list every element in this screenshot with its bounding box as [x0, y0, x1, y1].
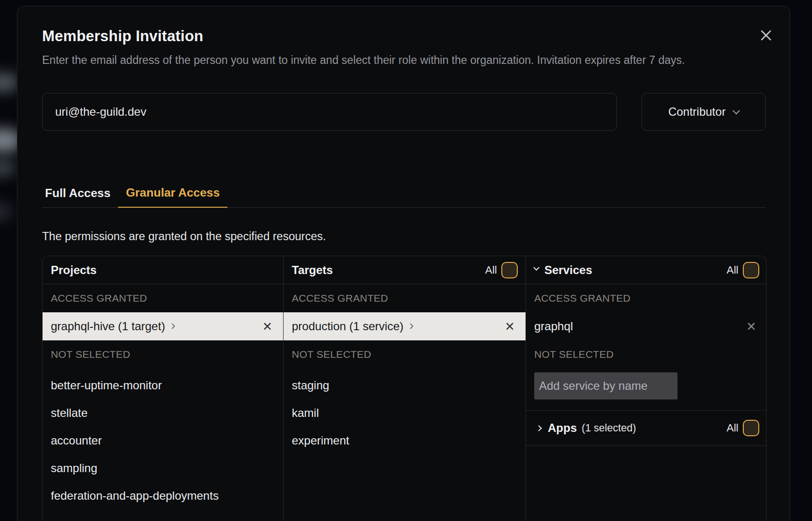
close-icon — [759, 29, 773, 42]
service-selected-name: graphql — [534, 320, 573, 333]
close-button[interactable] — [758, 28, 774, 43]
remove-project-icon[interactable]: ✕ — [262, 321, 272, 333]
apps-all-wrap: All — [727, 420, 759, 436]
projects-header-label: Projects — [51, 263, 97, 277]
permissions-note: The permissions are granted on the speci… — [42, 230, 766, 243]
projects-item-list: better-uptime-monitorstellateaccountersa… — [43, 371, 283, 509]
targets-all-label: All — [485, 264, 497, 276]
remove-target-icon[interactable]: ✕ — [505, 321, 515, 333]
targets-all-wrap: All — [485, 262, 518, 278]
services-all-wrap: All — [727, 262, 759, 278]
resource-item[interactable]: kamil — [284, 399, 526, 427]
chevron-down-icon — [732, 107, 740, 114]
resource-item[interactable]: sampling — [43, 454, 283, 482]
role-select-value: Contributor — [668, 105, 726, 119]
dialog-title: Membership Invitation — [42, 27, 766, 46]
dialog-description: Enter the email address of the person yo… — [42, 52, 766, 69]
remove-service-icon[interactable]: ✕ — [746, 321, 756, 333]
resource-item[interactable]: accounter — [43, 427, 283, 454]
invite-row: Contributor — [42, 93, 766, 131]
background-page-blur — [0, 0, 19, 521]
projects-not-selected-label: NOT SELECTED — [43, 340, 283, 368]
targets-header-label: Targets — [292, 263, 333, 277]
apps-section-row[interactable]: Apps (1 selected) All — [526, 410, 767, 446]
projects-access-granted-label: ACCESS GRANTED — [43, 284, 283, 312]
projects-column: Projects ACCESS GRANTED graphql-hive (1 … — [43, 256, 284, 521]
targets-header: Targets All — [284, 256, 526, 284]
project-selected-name: graphql-hive (1 target) — [51, 320, 165, 333]
role-select[interactable]: Contributor — [642, 93, 766, 131]
resource-item[interactable]: stellate — [43, 399, 283, 427]
targets-not-selected-label: NOT SELECTED — [284, 340, 526, 368]
chevron-right-icon: › — [171, 319, 175, 334]
apps-header-label: Apps — [548, 421, 577, 435]
chevron-down-icon — [533, 264, 540, 271]
targets-all-checkbox[interactable] — [501, 262, 518, 278]
services-not-selected-label: NOT SELECTED — [526, 340, 767, 368]
resource-item[interactable]: federation-and-app-deployments — [43, 482, 283, 509]
apps-all-checkbox[interactable] — [743, 420, 759, 436]
tab-full-access[interactable]: Full Access — [42, 186, 118, 208]
resource-item[interactable]: experiment — [284, 427, 526, 454]
projects-header: Projects — [43, 256, 283, 284]
services-all-label: All — [727, 264, 738, 276]
apps-selected-count: (1 selected) — [582, 422, 636, 434]
tab-granular-access[interactable]: Granular Access — [118, 186, 227, 208]
chevron-right-icon — [536, 425, 542, 431]
services-header[interactable]: Services All — [526, 256, 767, 284]
targets-item-list: stagingkamilexperiment — [284, 371, 526, 454]
services-header-label: Services — [544, 263, 592, 277]
targets-access-granted-label: ACCESS GRANTED — [284, 284, 526, 312]
resources-table: Projects ACCESS GRANTED graphql-hive (1 … — [42, 256, 767, 521]
target-selected-name: production (1 service) — [292, 320, 404, 333]
apps-all-label: All — [727, 422, 738, 434]
add-service-input[interactable] — [534, 372, 677, 399]
membership-invitation-dialog: Membership Invitation Enter the email ad… — [17, 6, 790, 521]
services-all-checkbox[interactable] — [743, 262, 759, 278]
chevron-right-icon: › — [409, 319, 414, 334]
email-input[interactable] — [42, 93, 617, 131]
project-selected-row[interactable]: graphql-hive (1 target) › ✕ — [43, 312, 283, 340]
services-column: Services All ACCESS GRANTED graphql ✕ NO… — [526, 256, 767, 521]
target-selected-row[interactable]: production (1 service) › ✕ — [284, 312, 526, 340]
service-selected-row[interactable]: graphql ✕ — [526, 312, 767, 340]
targets-column: Targets All ACCESS GRANTED production (1… — [284, 256, 526, 521]
resource-item[interactable]: better-uptime-monitor — [43, 371, 283, 399]
resource-item[interactable]: staging — [284, 371, 526, 399]
services-access-granted-label: ACCESS GRANTED — [526, 284, 767, 312]
access-tabs: Full Access Granular Access — [42, 186, 766, 208]
